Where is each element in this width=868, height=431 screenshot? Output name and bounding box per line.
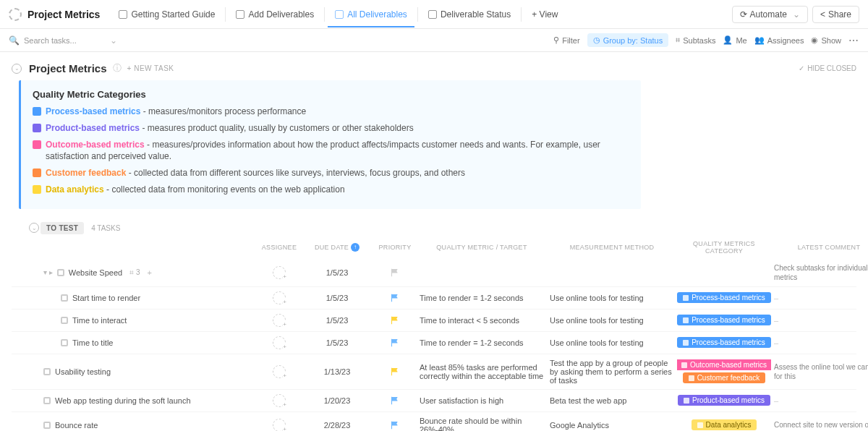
col-assignee: ASSIGNEE — [258, 244, 301, 251]
category-icon — [33, 168, 41, 177]
show-button[interactable]: ◉Show — [811, 35, 841, 45]
note-heading: Quality Metric Categories — [33, 89, 629, 100]
priority-flag-icon[interactable] — [391, 421, 399, 430]
category-badge[interactable]: Process-based metrics — [677, 315, 771, 325]
comment-cell: – — [771, 316, 868, 325]
hide-closed-button[interactable]: ✓HIDE CLOSED — [799, 64, 856, 72]
automate-icon: ⟳ — [740, 9, 747, 20]
assignees-button[interactable]: 👥Assignees — [754, 35, 804, 45]
filter-button[interactable]: ⚲Filter — [553, 35, 579, 45]
comment-cell: Check subtasks for individual metrics — [771, 263, 868, 282]
share-button[interactable]: <Share — [812, 6, 859, 23]
category-badge[interactable]: Customer feedback — [683, 372, 766, 383]
task-name: Time to title — [72, 338, 113, 347]
status-square-icon[interactable] — [61, 294, 68, 302]
due-date[interactable]: 1/20/23 — [301, 396, 373, 405]
doc-icon — [119, 10, 127, 19]
status-square-icon[interactable] — [61, 339, 68, 346]
subtask-count[interactable]: ⌗ 3 — [129, 268, 140, 277]
category-badge[interactable]: Outcome-based metrics — [677, 359, 771, 370]
collapse-group-icon[interactable]: ⌄ — [29, 223, 39, 233]
priority-flag-icon[interactable] — [391, 316, 399, 325]
task-name: Website Speed — [69, 268, 122, 277]
target-cell: Time to render = 1-2 seconds — [417, 294, 547, 302]
target-cell: At least 85% tasks are performed correct… — [417, 363, 547, 380]
category-description: Process-based metrics - measures/monitor… — [33, 106, 629, 118]
task-row[interactable]: Time to title1/5/23Time to render = 1-2 … — [12, 332, 856, 354]
info-icon[interactable]: ⓘ — [113, 62, 122, 74]
new-task-button[interactable]: + NEW TASK — [127, 64, 174, 72]
status-square-icon[interactable] — [43, 368, 51, 375]
column-headers: ASSIGNEEDUE DATE ↑PRIORITYQUALITY METRIC… — [12, 237, 856, 259]
automate-button[interactable]: ⟳Automate⌄ — [732, 6, 808, 23]
search-input[interactable]: 🔍 Search tasks... ⌄ — [9, 35, 117, 46]
subtasks-button[interactable]: ⌗Subtasks — [676, 35, 715, 45]
assignee-avatar[interactable] — [273, 314, 286, 327]
add-view-button[interactable]: + View — [524, 2, 565, 27]
group-by-button[interactable]: ◷Group by: Status — [587, 33, 669, 47]
add-subtask-button[interactable]: + — [148, 268, 152, 277]
tab-add-deliverables[interactable]: Add Deliverables — [229, 2, 321, 27]
task-row[interactable]: Bounce rate2/28/23Bounce rate should be … — [12, 412, 856, 431]
status-pill[interactable]: TO TEST — [41, 222, 84, 234]
toolbar: 🔍 Search tasks... ⌄ ⚲Filter ◷Group by: S… — [0, 29, 868, 52]
assignee-avatar[interactable] — [273, 336, 286, 349]
due-date[interactable]: 1/13/23 — [301, 367, 373, 376]
assignee-avatar[interactable] — [273, 291, 286, 304]
eye-icon: ◉ — [811, 35, 818, 45]
category-icon — [33, 107, 41, 116]
collapse-section-icon[interactable]: ⌄ — [12, 64, 22, 74]
me-button[interactable]: 👤Me — [723, 35, 746, 45]
people-icon: 👥 — [754, 35, 765, 45]
status-square-icon[interactable] — [61, 317, 68, 324]
priority-flag-icon[interactable] — [391, 396, 399, 405]
tab-all-deliverables[interactable]: All Deliverables — [328, 2, 414, 27]
category-cell: Process-based metrics — [677, 337, 771, 348]
due-date[interactable]: 1/5/23 — [301, 294, 373, 302]
priority-flag-icon[interactable] — [391, 367, 399, 376]
priority-flag-icon[interactable] — [391, 294, 399, 302]
doc-icon — [428, 10, 437, 19]
assignee-avatar[interactable] — [273, 266, 286, 279]
tab-deliverable-status[interactable]: Deliverable Status — [421, 2, 518, 27]
target-cell: Time to render = 1-2 seconds — [417, 338, 547, 347]
method-cell: Use online tools for testing — [547, 338, 677, 347]
assignee-avatar[interactable] — [273, 365, 286, 378]
check-icon: ✓ — [799, 64, 804, 72]
task-name: Usability testing — [55, 367, 111, 376]
status-square-icon[interactable] — [43, 422, 51, 429]
task-row[interactable]: Start time to render1/5/23Time to render… — [12, 287, 856, 310]
tab-getting-started-guide[interactable]: Getting Started Guide — [111, 2, 222, 27]
status-square-icon[interactable] — [43, 397, 51, 404]
category-description: Data analytics - collected data from mon… — [33, 184, 629, 196]
due-date[interactable]: 2/28/23 — [301, 421, 373, 430]
sort-icon[interactable]: ↑ — [351, 243, 359, 252]
due-date[interactable]: 1/5/23 — [301, 268, 373, 277]
due-date[interactable]: 1/5/23 — [301, 338, 373, 347]
col-priority: PRIORITY — [373, 244, 417, 251]
category-badge[interactable]: Process-based metrics — [677, 292, 771, 303]
project-title[interactable]: Project Metrics — [27, 9, 100, 20]
assignee-avatar[interactable] — [273, 419, 286, 431]
category-icon — [33, 124, 41, 132]
due-date[interactable]: 1/5/23 — [301, 316, 373, 325]
category-cell: Data analytics — [677, 419, 771, 430]
task-row[interactable]: Time to interact1/5/23Time to interact <… — [12, 310, 856, 332]
target-cell: User satisfaction is high — [417, 396, 547, 405]
category-badge[interactable]: Product-based metrics — [678, 395, 770, 406]
category-badge[interactable]: Data analytics — [692, 419, 757, 430]
comment-cell: Assess the online tool we can use for th… — [771, 362, 868, 381]
col-target: QUALITY METRIC / TARGET — [417, 244, 547, 251]
task-row[interactable]: ▾ ▸Website Speed⌗ 3+1/5/23Check subtasks… — [12, 259, 856, 287]
expand-subtasks-icon[interactable]: ▾ ▸ — [43, 268, 53, 276]
priority-flag-icon[interactable] — [391, 268, 399, 277]
chevron-down-icon[interactable]: ⌄ — [110, 35, 117, 46]
status-square-icon[interactable] — [57, 269, 64, 276]
task-row[interactable]: Usability testing1/13/23At least 85% tas… — [12, 354, 856, 390]
task-row[interactable]: Web app testing during the soft launch1/… — [12, 390, 856, 412]
more-menu-button[interactable]: ⋯ — [848, 35, 859, 46]
assignee-avatar[interactable] — [273, 394, 286, 407]
category-badge[interactable]: Process-based metrics — [677, 337, 771, 348]
comment-cell: – — [771, 338, 868, 347]
priority-flag-icon[interactable] — [391, 338, 399, 347]
